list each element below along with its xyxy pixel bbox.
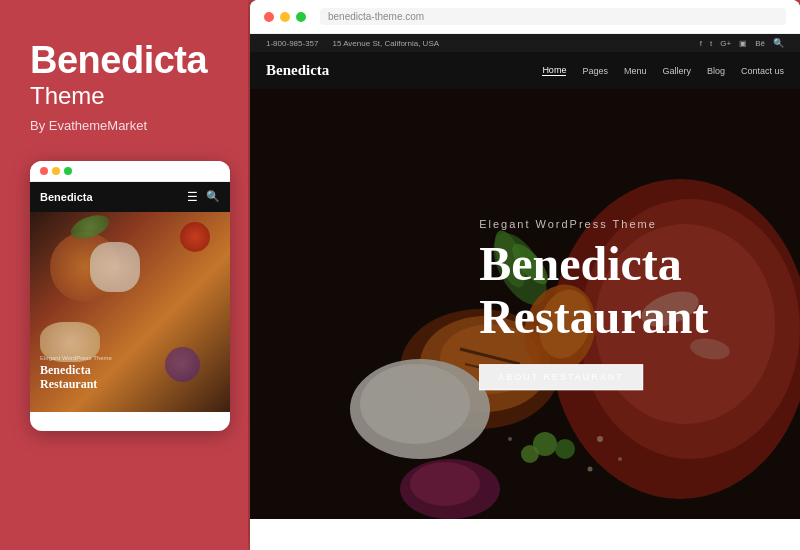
mobile-dot-red <box>40 167 48 175</box>
mobile-dot-yellow <box>52 167 60 175</box>
site-contact-info: 1-800-985-357 15 Avenue St, California, … <box>266 39 439 48</box>
hero-eyebrow: Elegant WordPress Theme <box>479 218 708 230</box>
mobile-hero-title: BenedictaRestaurant <box>40 363 112 392</box>
mobile-nav-icons: ☰ 🔍 <box>187 190 220 204</box>
hero-title-line2: Restaurant <box>479 290 708 343</box>
hero-title-line1: Benedicta <box>479 237 682 290</box>
twitter-icon[interactable]: t <box>710 39 712 48</box>
mobile-dot-green <box>64 167 72 175</box>
site-logo: Benedicta <box>266 62 329 79</box>
mobile-nav: Benedicta ☰ 🔍 <box>30 182 230 212</box>
hero-content: Elegant WordPress Theme Benedicta Restau… <box>479 218 708 390</box>
google-plus-icon[interactable]: G+ <box>720 39 731 48</box>
hamburger-icon: ☰ <box>187 190 198 204</box>
phone-number: 1-800-985-357 <box>266 39 318 48</box>
nav-menu[interactable]: Menu <box>624 66 647 76</box>
browser-dot-yellow <box>280 12 290 22</box>
nav-pages[interactable]: Pages <box>582 66 608 76</box>
browser-address-bar[interactable]: benedicta-theme.com <box>320 8 786 25</box>
mobile-hero: Elegant WordPress Theme BenedictaRestaur… <box>30 212 230 412</box>
mobile-mockup: Benedicta ☰ 🔍 Elegant WordPress Theme Be… <box>30 161 230 431</box>
theme-subtitle: Theme <box>30 82 218 110</box>
theme-author: By EvathemeMarket <box>30 118 218 133</box>
search-icon: 🔍 <box>206 190 220 203</box>
desktop-mockup: benedicta-theme.com 1-800-985-357 15 Ave… <box>250 0 800 550</box>
site-nav: Benedicta Home Pages Menu Gallery Blog C… <box>250 52 800 89</box>
browser-dot-red <box>264 12 274 22</box>
hero-background: Elegant WordPress Theme Benedicta Restau… <box>250 89 800 519</box>
nav-gallery[interactable]: Gallery <box>662 66 691 76</box>
hero-heading: Benedicta Restaurant <box>479 238 708 344</box>
theme-title: Benedicta <box>30 40 218 82</box>
left-panel: Benedicta Theme By EvathemeMarket Benedi… <box>0 0 248 550</box>
nav-blog[interactable]: Blog <box>707 66 725 76</box>
search-icon[interactable]: 🔍 <box>773 38 784 48</box>
behance-icon[interactable]: Bē <box>755 39 765 48</box>
mobile-hero-eyebrow: Elegant WordPress Theme <box>40 355 112 361</box>
facebook-icon[interactable]: f <box>700 39 702 48</box>
address: 15 Avenue St, California, USA <box>332 39 439 48</box>
instagram-icon[interactable]: ▣ <box>739 39 747 48</box>
about-restaurant-button[interactable]: ABOUT RESTAURANT <box>479 364 643 390</box>
browser-dot-green <box>296 12 306 22</box>
social-icons: f t G+ ▣ Bē 🔍 <box>700 38 784 48</box>
desktop-hero: Elegant WordPress Theme Benedicta Restau… <box>250 89 800 519</box>
browser-top-bar: benedicta-theme.com <box>250 0 800 34</box>
mobile-top-bar <box>30 161 230 182</box>
nav-contact[interactable]: Contact us <box>741 66 784 76</box>
site-info-bar: 1-800-985-357 15 Avenue St, California, … <box>250 34 800 52</box>
mobile-logo: Benedicta <box>40 191 93 203</box>
mobile-dots <box>40 167 72 175</box>
site-menu: Home Pages Menu Gallery Blog Contact us <box>542 65 784 76</box>
nav-home[interactable]: Home <box>542 65 566 76</box>
mobile-hero-text: Elegant WordPress Theme BenedictaRestaur… <box>40 355 112 392</box>
